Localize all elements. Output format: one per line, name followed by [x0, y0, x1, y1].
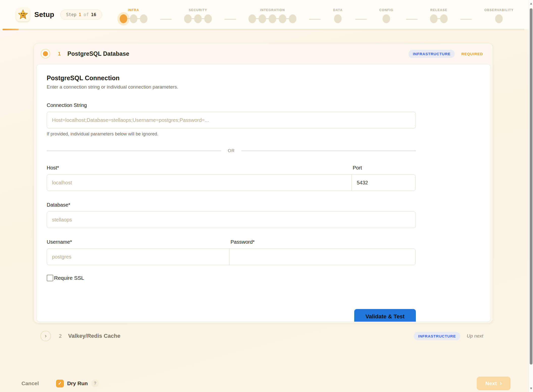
- step-dot[interactable]: [495, 14, 503, 23]
- dry-run-help-icon[interactable]: ?: [91, 380, 99, 387]
- stepper-group-label: DATA: [333, 8, 343, 12]
- stepper: INFRASECURITYINTEGRATIONDATACONFIGRELEAS…: [120, 0, 514, 29]
- cancel-button[interactable]: Cancel: [21, 380, 39, 386]
- stepper-group-label: INFRA: [128, 8, 139, 12]
- chevron-right-icon: ›: [45, 333, 46, 339]
- dry-run-toggle[interactable]: ✓ Dry Run ?: [56, 380, 99, 387]
- step-dot[interactable]: [259, 14, 266, 23]
- step1-card-header[interactable]: 1 PostgreSQL Database INFRASTRUCTURE REQ…: [34, 43, 493, 64]
- stepper-group-label: OBSERVABILITY: [484, 8, 514, 12]
- require-ssl-label: Require SSL: [54, 275, 84, 281]
- stepper-group-config[interactable]: CONFIG: [379, 8, 393, 23]
- stepper-connector: [343, 12, 379, 20]
- stepper-group-security[interactable]: SECURITY: [184, 8, 212, 23]
- header: Setup Step 1 of 16 INFRASECURITYINTEGRAT…: [0, 0, 529, 29]
- step-dot[interactable]: [440, 14, 448, 23]
- password-label: Password*: [231, 239, 255, 245]
- step1-number: 1: [58, 51, 61, 57]
- scroll-down-arrow-icon[interactable]: ▼: [529, 387, 532, 390]
- setup-progress-track: [3, 29, 524, 30]
- step-dot[interactable]: [383, 14, 390, 23]
- active-step-radio-icon: [41, 49, 50, 59]
- port-label: Port: [353, 165, 362, 171]
- connection-string-helper: If provided, individual parameters below…: [47, 131, 416, 137]
- stepper-connector: [393, 12, 430, 20]
- step2-row[interactable]: › 2 Valkey/Redis Cache INFRASTRUCTURE Up…: [34, 330, 493, 342]
- port-input[interactable]: [357, 175, 410, 191]
- connection-string-input[interactable]: [52, 112, 411, 128]
- stepper-connector: [212, 12, 248, 20]
- scroll-up-arrow-icon[interactable]: ▲: [529, 2, 532, 5]
- infrastructure-badge: INFRASTRUCTURE: [409, 50, 455, 58]
- stepper-group-infra[interactable]: INFRA: [120, 8, 147, 23]
- next-button-label: Next: [485, 380, 497, 386]
- star-icon: [17, 9, 29, 20]
- step-counter-prefix: Step: [66, 12, 77, 17]
- stepper-group-release[interactable]: RELEASE: [430, 8, 448, 23]
- stepper-group-integration[interactable]: INTEGRATION: [248, 8, 296, 23]
- step-dot[interactable]: [279, 14, 286, 23]
- step-dot[interactable]: [120, 14, 127, 23]
- scrollbar-thumb[interactable]: [530, 8, 532, 365]
- page-title: Setup: [34, 11, 54, 19]
- step-dot[interactable]: [184, 14, 192, 23]
- validate-test-button[interactable]: Validate & Test: [354, 309, 416, 322]
- require-ssl-checkbox[interactable]: [47, 275, 53, 281]
- stepper-connector: [296, 12, 333, 20]
- database-label: Database*: [47, 202, 70, 208]
- dry-run-label: Dry Run: [67, 380, 88, 386]
- step-counter-of: of: [84, 12, 89, 17]
- app-logo: [16, 8, 30, 21]
- checkmark-icon: ✓: [58, 381, 62, 386]
- required-badge: REQUIRED: [461, 52, 483, 56]
- stepper-group-label: CONFIG: [379, 8, 393, 12]
- footer: Cancel ✓ Dry Run ? Next ›: [21, 376, 511, 390]
- step1-card: 1 PostgreSQL Database INFRASTRUCTURE REQ…: [34, 43, 493, 323]
- stepper-group-label: SECURITY: [189, 8, 207, 12]
- scrollbar[interactable]: ▲ ▼: [529, 0, 533, 392]
- stepper-group-observability[interactable]: OBSERVABILITY: [484, 8, 514, 23]
- step-dot[interactable]: [289, 14, 296, 23]
- step-counter-current: 1: [79, 12, 81, 17]
- step-dot[interactable]: [140, 14, 147, 23]
- step-dot[interactable]: [204, 14, 212, 23]
- progress-fill: [3, 29, 19, 30]
- or-divider-label: OR: [221, 148, 241, 153]
- step2-status: Up next: [467, 333, 483, 339]
- step-dot[interactable]: [248, 14, 256, 23]
- username-label: Username*: [47, 239, 230, 245]
- stepper-group-data[interactable]: DATA: [333, 8, 343, 23]
- or-divider: OR: [47, 148, 416, 154]
- host-label: Host*: [47, 165, 352, 171]
- host-input[interactable]: [52, 175, 346, 191]
- step2-number: 2: [59, 333, 62, 339]
- step-counter-badge: Step 1 of 16: [60, 10, 102, 20]
- step-dot[interactable]: [130, 14, 137, 23]
- step2-infrastructure-badge: INFRASTRUCTURE: [414, 332, 460, 340]
- step-dot[interactable]: [194, 14, 202, 23]
- step1-title: PostgreSQL Database: [67, 50, 129, 57]
- form-heading: PostgreSQL Connection: [47, 74, 416, 82]
- database-input[interactable]: [52, 212, 411, 228]
- step-dot[interactable]: [334, 14, 342, 23]
- stepper-group-label: RELEASE: [430, 8, 447, 12]
- stepper-connector: [448, 12, 484, 20]
- step-dot[interactable]: [269, 14, 276, 23]
- step2-title: Valkey/Redis Cache: [68, 333, 120, 339]
- connection-string-label: Connection String: [47, 102, 416, 108]
- chevron-right-icon: ›: [500, 380, 502, 386]
- step-counter-total: 16: [91, 12, 96, 17]
- form-subtitle: Enter a connection string or individual …: [47, 84, 416, 90]
- stepper-connector: [147, 12, 184, 20]
- dry-run-checkbox[interactable]: ✓: [56, 380, 64, 387]
- next-button[interactable]: Next ›: [477, 377, 511, 390]
- stepper-group-label: INTEGRATION: [260, 8, 285, 12]
- expand-step2-button[interactable]: ›: [40, 331, 51, 341]
- username-input[interactable]: [52, 249, 224, 265]
- step-dot[interactable]: [430, 14, 438, 23]
- password-input[interactable]: [235, 249, 410, 265]
- postgres-form-panel: PostgreSQL Connection Enter a connection…: [36, 64, 491, 322]
